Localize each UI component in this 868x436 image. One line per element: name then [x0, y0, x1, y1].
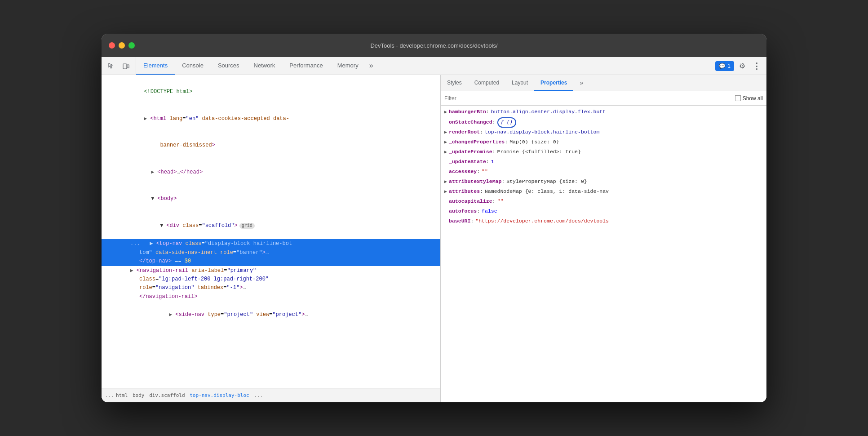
dom-line-scaffold[interactable]: ▼ <div class="scaffold">grid	[102, 213, 440, 240]
filter-input[interactable]	[444, 95, 735, 102]
expand-icon[interactable]: ▶	[444, 148, 447, 156]
expand-icon[interactable]: ▶	[444, 129, 447, 136]
traffic-lights	[109, 42, 135, 49]
window-title: DevTools - developer.chrome.com/docs/dev…	[370, 42, 497, 49]
inspect-element-button[interactable]	[105, 60, 118, 72]
settings-button[interactable]: ⚙	[736, 60, 748, 72]
prop-row-updateState[interactable]: ▶ _updateState: 1	[441, 157, 766, 167]
filter-bar: Show all	[441, 91, 766, 106]
prop-row-autocapitalize[interactable]: ▶ autocapitalize: ""	[441, 197, 766, 207]
dom-line-body[interactable]: ▼ <body>	[102, 186, 440, 213]
devtools-panel: Elements Console Sources Network Perform…	[102, 57, 766, 402]
expand-icon[interactable]: ▶	[444, 108, 447, 116]
dom-tree[interactable]: <!DOCTYPE html> ▶ <html lang="en" data-c…	[102, 75, 440, 388]
expand-icon[interactable]: ▶	[444, 138, 447, 146]
dom-line-nav-rail[interactable]: ▶ <navigation-rail aria-label="primary" …	[102, 266, 440, 302]
breadcrumb-html[interactable]: html	[116, 392, 128, 398]
minimize-button[interactable]	[119, 42, 125, 49]
dom-line-top-nav[interactable]: ... ▶ <top-nav class="display-block hair…	[102, 239, 440, 266]
expand-icon[interactable]: ▶	[444, 188, 447, 196]
show-all-group: Show all	[735, 95, 763, 102]
tab-right-more[interactable]: »	[573, 75, 589, 91]
titlebar: DevTools - developer.chrome.com/docs/dev…	[102, 34, 766, 57]
devtools-tabs: Elements Console Sources Network Perform…	[136, 57, 712, 75]
right-panel-tabs: Styles Computed Layout Properties »	[441, 75, 766, 91]
feedback-button[interactable]: 💬 1	[715, 61, 734, 71]
breadcrumb-more[interactable]: ...	[254, 392, 263, 398]
tab-sources[interactable]: Sources	[211, 57, 247, 75]
prop-row-attributes[interactable]: ▶ attributes: NamedNodeMap {0: class, 1:…	[441, 187, 766, 197]
device-toggle-button[interactable]	[120, 60, 132, 72]
dom-line-html-cont[interactable]: banner-dismissed>	[102, 132, 440, 159]
breadcrumb: ... html body div.scaffold top-nav.displ…	[102, 388, 440, 402]
breadcrumb-body[interactable]: body	[133, 392, 145, 398]
more-options-button[interactable]: ⋮	[750, 60, 763, 72]
breadcrumb-dots[interactable]: ...	[105, 392, 114, 398]
tab-styles[interactable]: Styles	[441, 75, 468, 91]
devtools-body: <!DOCTYPE html> ▶ <html lang="en" data-c…	[102, 75, 766, 402]
tab-properties[interactable]: Properties	[534, 75, 573, 91]
svg-rect-0	[123, 64, 127, 69]
devtools-toolbar: Elements Console Sources Network Perform…	[102, 57, 766, 75]
devtools-window: DevTools - developer.chrome.com/docs/dev…	[102, 34, 766, 402]
tab-performance[interactable]: Performance	[282, 57, 330, 75]
prop-row-updatePromise[interactable]: ▶ _updatePromise: Promise {<fulfilled>: …	[441, 147, 766, 157]
show-all-label: Show all	[743, 95, 763, 102]
breadcrumb-top-nav[interactable]: top-nav.display-bloc	[190, 392, 249, 398]
prop-row-hamburgerBtn[interactable]: ▶ hamburgerBtn: button.align-center.disp…	[441, 107, 766, 117]
dom-line-side-nav[interactable]: ▶ <side-nav type="project" view="project…	[102, 302, 440, 329]
toolbar-right: 💬 1 ⚙ ⋮	[712, 57, 766, 75]
maximize-button[interactable]	[128, 42, 135, 49]
properties-list: ▶ hamburgerBtn: button.align-center.disp…	[441, 106, 766, 402]
close-button[interactable]	[109, 42, 115, 49]
dom-line-doctype[interactable]: <!DOCTYPE html>	[102, 79, 440, 106]
badge-count: 1	[727, 63, 731, 69]
expand-icon[interactable]: ▶	[444, 178, 447, 186]
show-all-checkbox[interactable]	[735, 95, 741, 101]
svg-rect-1	[127, 65, 129, 68]
tab-layout[interactable]: Layout	[505, 75, 534, 91]
prop-row-renderRoot[interactable]: ▶ renderRoot: top-nav.display-block.hair…	[441, 128, 766, 138]
prop-row-onStateChanged[interactable]: ▶ onStateChanged: ƒ ()	[441, 117, 766, 128]
dom-line-head[interactable]: ▶ <head>…</head>	[102, 159, 440, 186]
prop-row-attributeStyleMap[interactable]: ▶ attributeStyleMap: StylePropertyMap {s…	[441, 177, 766, 187]
tab-console[interactable]: Console	[175, 57, 211, 75]
tab-memory[interactable]: Memory	[330, 57, 366, 75]
prop-row-accessKey[interactable]: ▶ accessKey: ""	[441, 167, 766, 177]
toolbar-icon-group	[102, 57, 136, 75]
breadcrumb-scaffold[interactable]: div.scaffold	[149, 392, 185, 398]
prop-row-baseURI[interactable]: ▶ baseURI: "https://developer.chrome.com…	[441, 217, 766, 227]
tab-more[interactable]: »	[366, 57, 377, 75]
prop-row-changedProperties[interactable]: ▶ _changedProperties: Map(0) {size: 0}	[441, 138, 766, 147]
right-panel: Styles Computed Layout Properties »	[441, 75, 766, 402]
left-panel: <!DOCTYPE html> ▶ <html lang="en" data-c…	[102, 75, 441, 402]
tab-network[interactable]: Network	[247, 57, 283, 75]
tab-computed[interactable]: Computed	[468, 75, 505, 91]
dom-line-html[interactable]: ▶ <html lang="en" data-cookies-accepted …	[102, 106, 440, 133]
chat-icon: 💬	[719, 63, 726, 69]
tab-elements[interactable]: Elements	[136, 57, 175, 75]
prop-row-autofocus[interactable]: ▶ autofocus: false	[441, 207, 766, 217]
